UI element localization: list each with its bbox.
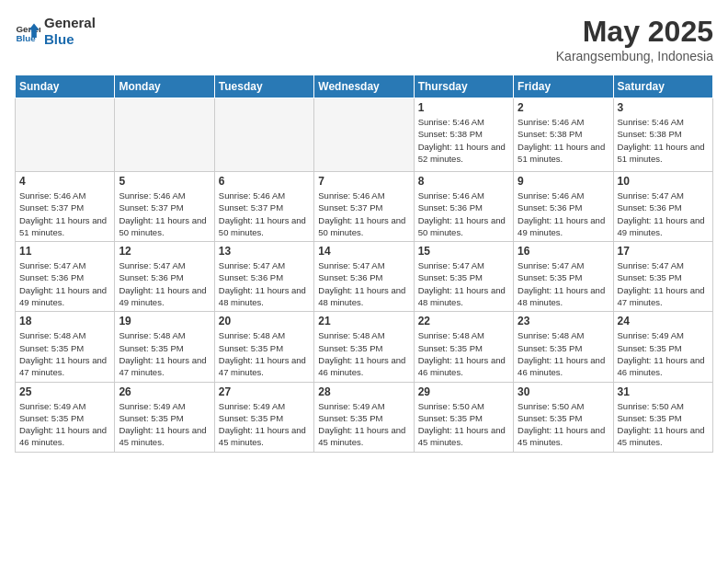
day-cell: 20Sunrise: 5:48 AMSunset: 5:35 PMDayligh… [214, 312, 313, 382]
weekday-header-row: SundayMondayTuesdayWednesdayThursdayFrid… [16, 75, 713, 98]
page-header: General Blue General Blue May 2025 Karan… [15, 15, 713, 63]
day-number: 8 [418, 175, 509, 188]
day-info: Sunrise: 5:47 AMSunset: 5:36 PMDaylight:… [618, 190, 709, 238]
day-number: 29 [418, 385, 509, 398]
day-cell: 19Sunrise: 5:48 AMSunset: 5:35 PMDayligh… [115, 312, 214, 382]
day-cell: 3Sunrise: 5:46 AMSunset: 5:38 PMDaylight… [613, 98, 712, 172]
location: Karangsembung, Indonesia [556, 49, 713, 63]
day-number: 26 [119, 385, 210, 398]
day-info: Sunrise: 5:50 AMSunset: 5:35 PMDaylight:… [418, 400, 509, 449]
weekday-header-thursday: Thursday [414, 75, 513, 98]
weekday-header-saturday: Saturday [613, 75, 712, 98]
day-cell: 15Sunrise: 5:47 AMSunset: 5:35 PMDayligh… [414, 242, 513, 312]
day-info: Sunrise: 5:46 AMSunset: 5:38 PMDaylight:… [518, 116, 609, 165]
day-info: Sunrise: 5:48 AMSunset: 5:35 PMDaylight:… [19, 329, 110, 378]
day-number: 25 [19, 385, 110, 398]
day-info: Sunrise: 5:46 AMSunset: 5:36 PMDaylight:… [418, 190, 509, 238]
day-number: 3 [618, 101, 709, 114]
day-cell: 18Sunrise: 5:48 AMSunset: 5:35 PMDayligh… [16, 312, 115, 382]
day-cell [115, 98, 214, 172]
day-info: Sunrise: 5:46 AMSunset: 5:36 PMDaylight:… [518, 190, 609, 238]
day-cell [314, 98, 414, 172]
month-year: May 2025 [556, 15, 713, 49]
week-row-4: 18Sunrise: 5:48 AMSunset: 5:35 PMDayligh… [16, 312, 713, 382]
day-cell: 29Sunrise: 5:50 AMSunset: 5:35 PMDayligh… [414, 382, 513, 452]
day-info: Sunrise: 5:49 AMSunset: 5:35 PMDaylight:… [119, 400, 210, 449]
logo: General Blue General Blue [15, 15, 96, 48]
day-cell: 7Sunrise: 5:46 AMSunset: 5:37 PMDaylight… [314, 172, 414, 242]
day-cell [214, 98, 313, 172]
week-row-5: 25Sunrise: 5:49 AMSunset: 5:35 PMDayligh… [16, 382, 713, 452]
day-cell: 11Sunrise: 5:47 AMSunset: 5:36 PMDayligh… [16, 242, 115, 312]
day-number: 24 [618, 315, 709, 327]
title-block: May 2025 Karangsembung, Indonesia [556, 15, 713, 63]
day-info: Sunrise: 5:48 AMSunset: 5:35 PMDaylight:… [318, 329, 409, 378]
day-info: Sunrise: 5:49 AMSunset: 5:35 PMDaylight:… [19, 400, 110, 449]
day-cell: 25Sunrise: 5:49 AMSunset: 5:35 PMDayligh… [16, 382, 115, 452]
day-number: 11 [19, 245, 110, 258]
day-number: 10 [618, 175, 709, 188]
day-cell: 23Sunrise: 5:48 AMSunset: 5:35 PMDayligh… [514, 312, 613, 382]
day-cell: 17Sunrise: 5:47 AMSunset: 5:35 PMDayligh… [613, 242, 712, 312]
day-number: 15 [418, 245, 509, 258]
day-info: Sunrise: 5:50 AMSunset: 5:35 PMDaylight:… [518, 400, 609, 449]
day-info: Sunrise: 5:46 AMSunset: 5:38 PMDaylight:… [418, 116, 509, 165]
day-number: 20 [219, 315, 310, 327]
day-number: 16 [518, 245, 609, 258]
day-number: 9 [518, 175, 609, 188]
day-number: 28 [318, 385, 409, 398]
day-number: 21 [318, 315, 409, 327]
day-cell: 16Sunrise: 5:47 AMSunset: 5:35 PMDayligh… [514, 242, 613, 312]
day-cell: 13Sunrise: 5:47 AMSunset: 5:36 PMDayligh… [214, 242, 313, 312]
day-cell: 6Sunrise: 5:46 AMSunset: 5:37 PMDaylight… [214, 172, 313, 242]
day-number: 23 [518, 315, 609, 327]
day-cell: 24Sunrise: 5:49 AMSunset: 5:35 PMDayligh… [613, 312, 712, 382]
day-cell [16, 98, 115, 172]
day-info: Sunrise: 5:48 AMSunset: 5:35 PMDaylight:… [518, 329, 609, 378]
day-number: 13 [219, 245, 310, 258]
day-cell: 1Sunrise: 5:46 AMSunset: 5:38 PMDaylight… [414, 98, 513, 172]
day-info: Sunrise: 5:49 AMSunset: 5:35 PMDaylight:… [318, 400, 409, 449]
day-cell: 10Sunrise: 5:47 AMSunset: 5:36 PMDayligh… [613, 172, 712, 242]
day-info: Sunrise: 5:48 AMSunset: 5:35 PMDaylight:… [119, 329, 210, 378]
day-number: 1 [418, 101, 509, 114]
day-number: 7 [318, 175, 409, 188]
day-info: Sunrise: 5:49 AMSunset: 5:35 PMDaylight:… [219, 400, 310, 449]
weekday-header-monday: Monday [115, 75, 214, 98]
weekday-header-sunday: Sunday [16, 75, 115, 98]
day-number: 14 [318, 245, 409, 258]
day-cell: 2Sunrise: 5:46 AMSunset: 5:38 PMDaylight… [514, 98, 613, 172]
day-cell: 8Sunrise: 5:46 AMSunset: 5:36 PMDaylight… [414, 172, 513, 242]
day-number: 17 [618, 245, 709, 258]
weekday-header-wednesday: Wednesday [314, 75, 414, 98]
day-cell: 26Sunrise: 5:49 AMSunset: 5:35 PMDayligh… [115, 382, 214, 452]
day-info: Sunrise: 5:47 AMSunset: 5:35 PMDaylight:… [418, 259, 509, 308]
day-cell: 31Sunrise: 5:50 AMSunset: 5:35 PMDayligh… [613, 382, 712, 452]
day-number: 22 [418, 315, 509, 327]
day-info: Sunrise: 5:46 AMSunset: 5:37 PMDaylight:… [119, 190, 210, 238]
day-info: Sunrise: 5:46 AMSunset: 5:37 PMDaylight:… [318, 190, 409, 238]
day-cell: 22Sunrise: 5:48 AMSunset: 5:35 PMDayligh… [414, 312, 513, 382]
day-number: 6 [219, 175, 310, 188]
logo-icon: General Blue [15, 18, 40, 44]
day-number: 2 [518, 101, 609, 114]
day-info: Sunrise: 5:49 AMSunset: 5:35 PMDaylight:… [618, 329, 709, 378]
day-info: Sunrise: 5:46 AMSunset: 5:37 PMDaylight:… [19, 190, 110, 238]
day-info: Sunrise: 5:46 AMSunset: 5:37 PMDaylight:… [219, 190, 310, 238]
day-number: 5 [119, 175, 210, 188]
day-info: Sunrise: 5:47 AMSunset: 5:36 PMDaylight:… [219, 259, 310, 308]
day-cell: 28Sunrise: 5:49 AMSunset: 5:35 PMDayligh… [314, 382, 414, 452]
day-info: Sunrise: 5:47 AMSunset: 5:36 PMDaylight:… [318, 259, 409, 308]
day-number: 4 [19, 175, 110, 188]
day-info: Sunrise: 5:46 AMSunset: 5:38 PMDaylight:… [618, 116, 709, 165]
day-info: Sunrise: 5:47 AMSunset: 5:35 PMDaylight:… [618, 259, 709, 308]
day-info: Sunrise: 5:47 AMSunset: 5:36 PMDaylight:… [19, 259, 110, 308]
day-info: Sunrise: 5:50 AMSunset: 5:35 PMDaylight:… [618, 400, 709, 449]
day-number: 18 [19, 315, 110, 327]
day-cell: 12Sunrise: 5:47 AMSunset: 5:36 PMDayligh… [115, 242, 214, 312]
day-info: Sunrise: 5:48 AMSunset: 5:35 PMDaylight:… [219, 329, 310, 378]
day-cell: 4Sunrise: 5:46 AMSunset: 5:37 PMDaylight… [16, 172, 115, 242]
weekday-header-friday: Friday [514, 75, 613, 98]
day-info: Sunrise: 5:47 AMSunset: 5:36 PMDaylight:… [119, 259, 210, 308]
week-row-1: 1Sunrise: 5:46 AMSunset: 5:38 PMDaylight… [16, 98, 713, 172]
